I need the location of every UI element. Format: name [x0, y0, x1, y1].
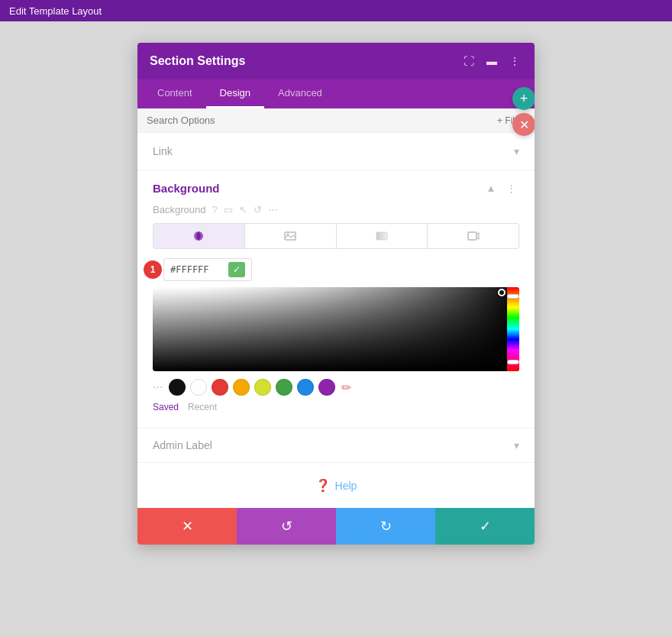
background-label-row: Background ? ▭ ↖ ↺ ⋯: [153, 204, 519, 215]
saved-tab[interactable]: Saved: [153, 402, 179, 412]
tabs: Content Design Advanced: [137, 79, 535, 108]
image-icon: [284, 230, 296, 242]
more-vert-icon[interactable]: ⋮: [507, 53, 522, 69]
link-section[interactable]: Link ▾: [137, 133, 535, 170]
panel-body: Link ▾ Background ▲ ⋮ Background ? ▭: [137, 133, 535, 508]
top-bar-title: Edit Template Layout: [9, 5, 102, 17]
type-tab-color[interactable]: [153, 224, 245, 248]
tab-content[interactable]: Content: [144, 79, 206, 108]
hex-input-wrapper: ✓: [163, 258, 252, 281]
tab-advanced[interactable]: Advanced: [264, 79, 336, 108]
video-icon: [467, 230, 480, 242]
swatch-orange[interactable]: [233, 379, 250, 396]
saturation-thumb[interactable]: [498, 289, 506, 296]
bg-more-icon[interactable]: ⋯: [268, 204, 278, 215]
type-tab-video[interactable]: [428, 224, 519, 248]
panel-header-icons: ⛶ ▬ ⋮: [461, 53, 522, 69]
step-badge: 1: [144, 260, 162, 279]
color-picker-area: 1 ✓: [153, 258, 519, 412]
hue-slider[interactable]: [507, 287, 519, 371]
color-gradient-canvas[interactable]: [153, 287, 519, 371]
admin-label: Admin Label: [153, 439, 212, 451]
svg-rect-4: [468, 232, 477, 240]
section-settings-panel: Section Settings ⛶ ▬ ⋮ Content Design Ad…: [137, 43, 535, 545]
type-tab-gradient[interactable]: [337, 224, 428, 248]
mobile-icon[interactable]: ▭: [224, 204, 233, 215]
hex-color-input[interactable]: [170, 264, 224, 275]
undo-button[interactable]: ↺: [237, 508, 336, 545]
hue-thumb-bottom[interactable]: [507, 360, 519, 364]
help-text[interactable]: Help: [335, 480, 357, 492]
fab-close-button[interactable]: ✕: [512, 113, 535, 136]
eyedropper-icon[interactable]: ✏: [341, 380, 351, 395]
main-area: Section Settings ⛶ ▬ ⋮ Content Design Ad…: [0, 21, 672, 637]
cancel-button[interactable]: ✕: [137, 508, 237, 545]
hue-thumb-top[interactable]: [507, 294, 519, 299]
swatch-blue[interactable]: [297, 379, 314, 396]
save-button[interactable]: ✓: [435, 508, 535, 545]
swatch-yellow[interactable]: [254, 379, 271, 396]
section-more-icon[interactable]: ⋮: [502, 179, 519, 196]
gradient-icon: [376, 230, 388, 242]
swatch-more-icon[interactable]: ···: [153, 380, 163, 394]
background-type-tabs: [153, 223, 519, 249]
collapse-icon[interactable]: ▲: [483, 179, 499, 196]
reset-icon[interactable]: ↺: [254, 204, 262, 215]
hex-input-row: 1 ✓: [153, 258, 519, 281]
link-label: Link: [153, 145, 173, 157]
search-input[interactable]: [147, 115, 497, 126]
columns-icon[interactable]: ▬: [484, 53, 499, 69]
admin-label-section[interactable]: Admin Label ▾: [137, 428, 535, 463]
recent-tab[interactable]: Recent: [188, 402, 217, 412]
panel-title: Section Settings: [150, 54, 245, 68]
cursor-icon[interactable]: ↖: [239, 204, 247, 215]
type-tab-image[interactable]: [245, 224, 337, 248]
screen-icon[interactable]: ⛶: [461, 53, 477, 69]
svg-rect-3: [376, 232, 387, 240]
swatch-white[interactable]: [190, 379, 207, 396]
action-bar: ✕ ↺ ↻ ✓: [137, 508, 535, 545]
redo-button[interactable]: ↻: [336, 508, 435, 545]
help-circle-icon: ❓: [315, 478, 331, 493]
swatch-red[interactable]: [212, 379, 228, 396]
swatch-black[interactable]: [169, 379, 186, 396]
search-bar: + Filter: [137, 108, 535, 133]
color-fill-icon: [192, 230, 205, 242]
swatch-row: ··· ✏: [153, 379, 519, 396]
top-bar: Edit Template Layout: [0, 0, 672, 21]
help-hint-icon[interactable]: ?: [212, 204, 217, 215]
background-section-controls: ▲ ⋮: [483, 179, 519, 196]
panel-header: Section Settings ⛶ ▬ ⋮: [137, 43, 535, 79]
hex-confirm-button[interactable]: ✓: [228, 262, 245, 277]
tab-design[interactable]: Design: [206, 79, 264, 108]
link-arrow-icon: ▾: [514, 145, 519, 157]
help-row: ❓ Help: [137, 463, 535, 508]
background-title: Background: [153, 182, 220, 195]
swatch-purple[interactable]: [318, 379, 335, 396]
background-section: Background ▲ ⋮ Background ? ▭ ↖ ↺ ⋯: [137, 170, 535, 428]
background-section-header: Background ▲ ⋮: [153, 179, 519, 196]
saved-recent-row: Saved Recent: [153, 402, 519, 412]
swatch-green[interactable]: [276, 379, 292, 396]
background-sub-label: Background: [153, 204, 205, 215]
fab-add-button[interactable]: +: [512, 87, 535, 110]
black-overlay: [153, 287, 519, 371]
admin-label-arrow-icon: ▾: [514, 439, 519, 451]
